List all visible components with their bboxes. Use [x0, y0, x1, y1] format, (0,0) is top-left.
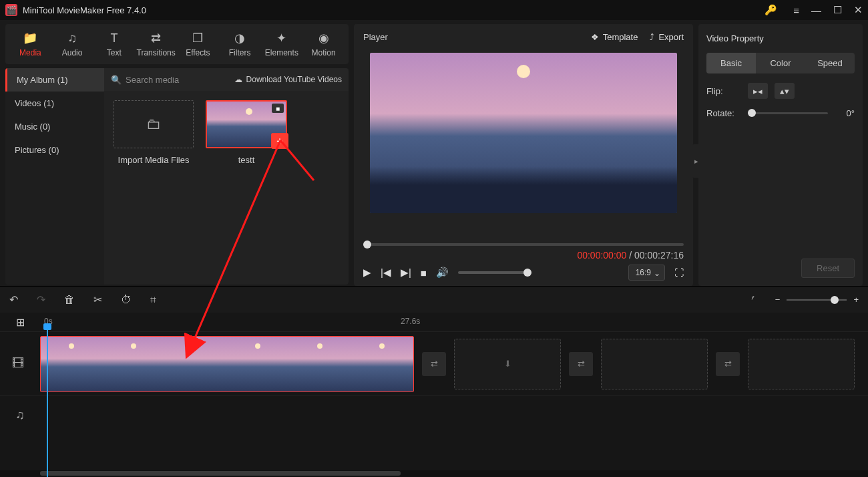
transition-slot[interactable]: ⇄: [716, 352, 740, 376]
media-search[interactable]: 🔍 Search media: [111, 75, 234, 85]
app-logo-icon: 🎬: [5, 4, 17, 16]
video-track-icon: 🎞: [0, 357, 36, 371]
speed-button[interactable]: ⏱: [121, 294, 132, 306]
reset-button[interactable]: Reset: [801, 259, 855, 278]
timeline-horizontal-scrollbar[interactable]: [0, 470, 868, 477]
flip-horizontal-button[interactable]: ▸◂: [748, 83, 768, 99]
clip-placeholder[interactable]: ⬇: [454, 339, 561, 389]
audio-track: ♫: [0, 395, 868, 434]
delete-button[interactable]: 🗑: [64, 294, 75, 306]
property-tab-speed[interactable]: Speed: [805, 53, 855, 73]
aspect-ratio-select[interactable]: 16:9⌄: [628, 265, 665, 281]
minimize-icon[interactable]: —: [811, 5, 821, 16]
export-icon: ⤴: [650, 32, 654, 42]
ribbon-tab-media[interactable]: 📁Media: [9, 25, 51, 63]
ribbon-tab-filters[interactable]: ◑Filters: [219, 25, 261, 63]
premium-key-icon[interactable]: 🔑: [765, 4, 777, 16]
timecode-display: 00:00:00:00 / 00:00:27:16: [363, 250, 684, 261]
media-category-list: My Album (1)Videos (1)Music (0)Pictures …: [5, 68, 104, 285]
window-title: MiniTool MovieMaker Free 7.4.0: [23, 5, 765, 15]
ribbon-tabs: 📁Media♫AudioTText⇄Transitions❐Effects◑Fi…: [5, 24, 349, 64]
timeline-clip[interactable]: [40, 336, 414, 392]
add-track-button[interactable]: ⊞: [0, 316, 40, 329]
video-track: 🎞 ⇄ ⬇ ⇄ ⇄: [0, 331, 868, 395]
search-icon: 🔍: [111, 75, 122, 85]
property-tab-basic[interactable]: Basic: [706, 53, 756, 73]
media-library: My Album (1)Videos (1)Music (0)Pictures …: [5, 68, 349, 285]
zoom-slider[interactable]: [787, 299, 847, 301]
transition-slot[interactable]: ⇄: [422, 352, 446, 376]
next-frame-button[interactable]: ▶|: [401, 267, 411, 279]
filters-icon: ◑: [234, 31, 245, 45]
media-category-item[interactable]: Videos (1): [5, 92, 104, 115]
playhead[interactable]: [47, 329, 48, 477]
fit-timeline-button[interactable]: ⎖: [750, 294, 756, 306]
crop-button[interactable]: ⌗: [150, 294, 156, 306]
title-bar: 🎬 MiniTool MovieMaker Free 7.4.0 🔑 ≡ — ☐…: [0, 0, 868, 20]
video-type-icon: ■: [272, 104, 284, 113]
property-tabs: BasicColorSpeed: [706, 53, 855, 73]
cloud-download-icon: ☁: [234, 75, 242, 84]
ribbon-tab-effects[interactable]: ❐Effects: [177, 25, 219, 63]
media-icon: 📁: [23, 31, 37, 45]
media-category-item[interactable]: Music (0): [5, 115, 104, 138]
audio-track-icon: ♫: [0, 408, 40, 422]
volume-slider[interactable]: [458, 271, 531, 274]
stop-button[interactable]: ■: [421, 267, 427, 279]
player-title: Player: [363, 32, 579, 42]
collapse-panel-button[interactable]: ▸: [692, 144, 701, 178]
audio-icon: ♫: [67, 31, 77, 45]
maximize-icon[interactable]: ☐: [833, 4, 842, 16]
media-toolbar: 🔍 Search media ☁ Download YouTube Videos: [104, 68, 349, 91]
ribbon-tab-transitions[interactable]: ⇄Transitions: [135, 25, 177, 63]
clip-placeholder[interactable]: [601, 339, 708, 389]
property-tab-color[interactable]: Color: [756, 53, 805, 73]
timeline-toolbar: ↶ ↷ 🗑 ✂ ⏱ ⌗ ⎖ − +: [0, 286, 868, 313]
close-icon[interactable]: ✕: [854, 4, 863, 16]
ribbon-tab-motion[interactable]: ◉Motion: [302, 25, 345, 63]
video-track-lane[interactable]: ⇄ ⬇ ⇄ ⇄: [36, 332, 868, 395]
preview-canvas: [370, 53, 677, 213]
rotate-row: Rotate: 0°: [706, 108, 855, 118]
volume-icon[interactable]: 🔊: [436, 267, 449, 279]
transitions-icon: ⇄: [151, 31, 161, 45]
timeline: ⊞ 0s 27.6s 🎞 ⇄ ⬇ ⇄ ⇄ ♫: [0, 313, 868, 477]
export-button[interactable]: ⤴ Export: [650, 32, 684, 42]
redo-button[interactable]: ↷: [37, 293, 45, 306]
player-controls: ▶ |◀ ▶| ■ 🔊 16:9⌄ ⛶: [363, 265, 684, 281]
timeline-ruler[interactable]: ⊞ 0s 27.6s: [0, 313, 868, 331]
play-button[interactable]: ▶: [363, 267, 371, 279]
download-youtube-button[interactable]: ☁ Download YouTube Videos: [234, 75, 342, 84]
text-icon: T: [110, 31, 118, 45]
clip-placeholder[interactable]: [748, 339, 855, 389]
ribbon-tab-audio[interactable]: ♫Audio: [51, 25, 93, 63]
import-media-tile[interactable]: 🗀 Import Media Files: [114, 100, 194, 165]
audio-track-lane[interactable]: [40, 396, 868, 434]
property-title: Video Property: [706, 33, 855, 43]
rotate-slider[interactable]: [748, 112, 828, 114]
undo-button[interactable]: ↶: [9, 293, 18, 306]
transition-slot[interactable]: ⇄: [569, 352, 593, 376]
media-category-item[interactable]: Pictures (0): [5, 138, 104, 162]
media-grid: 🗀 Import Media Files ■ ＋ testt: [104, 91, 349, 285]
player-panel: Player ❖ Template ⤴ Export 00:00:00:00 /…: [354, 24, 693, 286]
media-clip-tile[interactable]: ■ ＋ testt: [206, 100, 287, 165]
timeline-zoom: − +: [775, 295, 859, 305]
media-category-item[interactable]: My Album (1): [5, 68, 104, 92]
ribbon-tab-elements[interactable]: ✦Elements: [261, 25, 303, 63]
search-placeholder: Search media: [126, 75, 179, 85]
zoom-in-button[interactable]: +: [853, 295, 859, 305]
effects-icon: ❐: [192, 31, 203, 45]
add-to-timeline-button[interactable]: ＋: [271, 133, 288, 149]
rotate-value: 0°: [835, 108, 855, 118]
folder-icon: 🗀: [146, 116, 161, 133]
split-button[interactable]: ✂: [93, 293, 102, 306]
zoom-out-button[interactable]: −: [775, 295, 781, 305]
prev-frame-button[interactable]: |◀: [381, 267, 391, 279]
seek-bar[interactable]: [363, 243, 684, 246]
hamburger-menu-icon[interactable]: ≡: [793, 5, 799, 16]
fullscreen-button[interactable]: ⛶: [674, 267, 684, 278]
flip-vertical-button[interactable]: ▴▾: [775, 83, 795, 99]
template-button[interactable]: ❖ Template: [591, 32, 638, 42]
ribbon-tab-text[interactable]: TText: [93, 25, 136, 63]
